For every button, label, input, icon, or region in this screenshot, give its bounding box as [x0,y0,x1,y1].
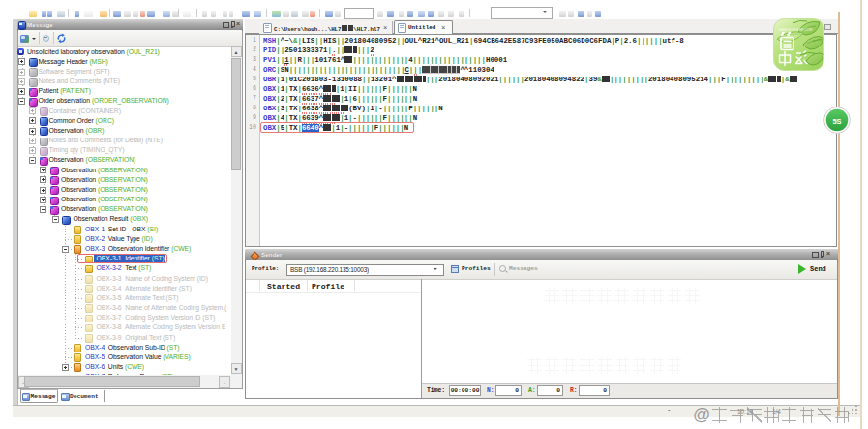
svg-text:JIANZHONGSHE.COM: JIANZHONGSHE.COM [778,28,813,32]
svg-text:5S: 5S [832,117,841,126]
